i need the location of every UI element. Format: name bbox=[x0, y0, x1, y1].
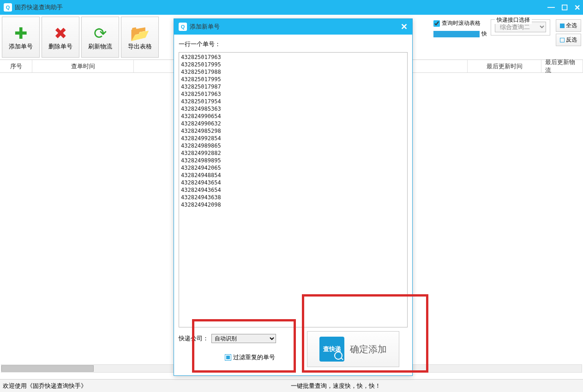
progress-suffix: 快 bbox=[481, 30, 487, 38]
minimize-button[interactable]: — bbox=[547, 3, 555, 12]
scroll-on-query-label: 查询时滚动表格 bbox=[442, 19, 481, 27]
col-last-update[interactable]: 最后更新时间 bbox=[468, 60, 541, 72]
app-icon: Q bbox=[4, 3, 12, 12]
add-button-label: 添加单号 bbox=[9, 42, 33, 51]
company-label: 快递公司： bbox=[179, 334, 209, 343]
export-table-button[interactable]: 📂 导出表格 bbox=[121, 17, 159, 58]
dialog-title: 添加新单号 bbox=[190, 23, 220, 31]
plus-icon: ✚ bbox=[14, 24, 27, 42]
maximize-button[interactable]: ☐ bbox=[561, 3, 568, 12]
company-select[interactable]: 自动识别 bbox=[211, 334, 276, 343]
status-mid: 一键批量查询，速度快，快，快！ bbox=[291, 382, 381, 390]
x-icon: ✖ bbox=[54, 24, 67, 42]
invert-icon bbox=[560, 38, 565, 42]
refresh-logistics-button[interactable]: ⟳ 刷新物流 bbox=[81, 17, 119, 58]
dialog-titlebar: Q 添加新单号 ✕ bbox=[174, 19, 412, 35]
progress-bar bbox=[433, 31, 480, 37]
status-left: 欢迎使用《固乔快递查询快手》 bbox=[0, 382, 87, 390]
folder-icon: 📂 bbox=[130, 24, 150, 42]
filter-duplicate-checkbox[interactable] bbox=[225, 354, 231, 361]
col-last-logistics[interactable]: 最后更新物流 bbox=[541, 60, 583, 72]
add-tracking-dialog: Q 添加新单号 ✕ 一行一个单号： 快递公司： 自动识别 过滤重复的单号 bbox=[174, 18, 413, 376]
export-button-label: 导出表格 bbox=[128, 42, 152, 51]
confirm-button-label: 确定添加 bbox=[350, 343, 387, 356]
delete-tracking-button[interactable]: ✖ 删除单号 bbox=[42, 17, 79, 58]
delete-button-label: 删除单号 bbox=[48, 42, 72, 51]
app-titlebar: Q 固乔快递查询助手 — ☐ ✕ bbox=[0, 0, 583, 15]
refresh-button-label: 刷新物流 bbox=[88, 42, 112, 51]
dialog-instruction: 一行一个单号： bbox=[179, 40, 408, 48]
add-tracking-button[interactable]: ✚ 添加单号 bbox=[2, 17, 40, 58]
app-title: 固乔快递查询助手 bbox=[15, 3, 63, 12]
confirm-add-button[interactable]: 查快递 确定添加 bbox=[307, 331, 399, 367]
api-selection-group: 快递接口选择 综合查询二 bbox=[491, 19, 550, 36]
col-seq[interactable]: 序号 bbox=[0, 60, 32, 72]
col-query-time[interactable]: 查单时间 bbox=[32, 60, 134, 72]
select-all-icon bbox=[560, 24, 565, 28]
tracking-numbers-textarea[interactable] bbox=[179, 52, 408, 327]
refresh-icon: ⟳ bbox=[94, 24, 107, 42]
filter-duplicate-label: 过滤重复的单号 bbox=[233, 353, 275, 362]
confirm-logo-icon: 查快递 bbox=[319, 337, 344, 362]
select-all-button[interactable]: 全选 bbox=[556, 19, 581, 32]
invert-selection-button[interactable]: 反选 bbox=[556, 34, 581, 46]
api-group-legend: 快递接口选择 bbox=[495, 16, 532, 24]
status-bar: 欢迎使用《固乔快递查询快手》 一键批量查询，速度快，快，快！ bbox=[0, 379, 583, 392]
close-button[interactable]: ✕ bbox=[574, 3, 580, 12]
scroll-on-query-checkbox[interactable] bbox=[433, 20, 440, 27]
dialog-close-button[interactable]: ✕ bbox=[401, 22, 408, 32]
dialog-icon: Q bbox=[179, 23, 187, 31]
